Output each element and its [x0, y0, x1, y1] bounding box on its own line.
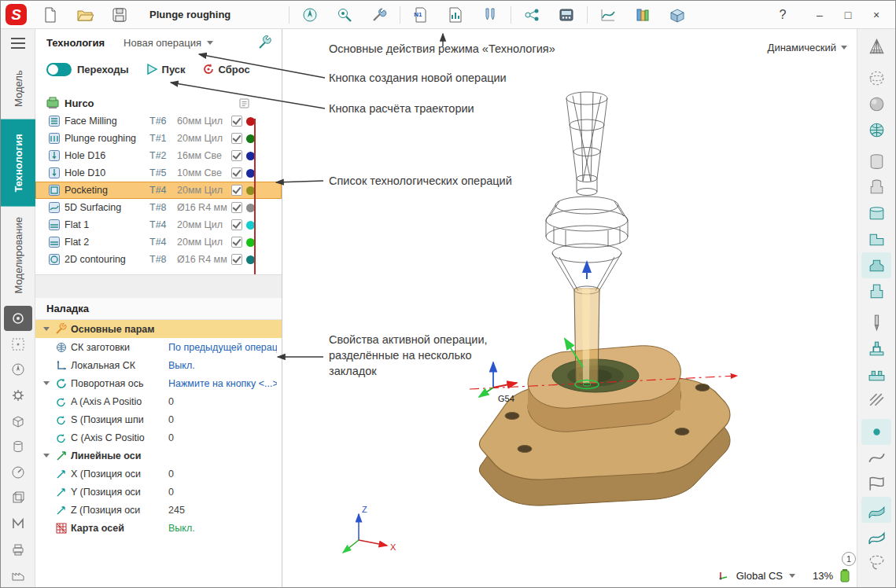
stock-narrow-button[interactable] — [861, 278, 891, 304]
notes-icon[interactable] — [238, 97, 250, 109]
plotter-tool-button[interactable] — [4, 537, 32, 562]
property-row[interactable]: Локальная СК Выкл. — [35, 356, 282, 374]
viewport-3d[interactable]: G54 — [282, 29, 858, 588]
property-row-linear-axes[interactable]: Линейные оси — [35, 447, 282, 465]
minimize-button[interactable]: – — [806, 3, 834, 27]
cylinder-tool-button[interactable] — [4, 434, 32, 459]
machine-panel-button[interactable] — [549, 3, 584, 27]
stock-cylinder-button[interactable] — [861, 149, 891, 175]
maximize-button[interactable]: □ — [834, 3, 862, 27]
tab-model[interactable]: Модель — [1, 57, 35, 119]
measure-tool-button[interactable] — [4, 511, 32, 536]
operation-row[interactable]: 5D Surfacing T#8 Ø16 R4 мм — [35, 199, 282, 216]
chevron-down-icon[interactable] — [43, 454, 50, 458]
property-value[interactable]: 0 — [168, 469, 277, 480]
drill-tool-button[interactable] — [861, 310, 891, 336]
cube-tool-button[interactable] — [4, 486, 32, 511]
property-value[interactable]: Выкл. — [168, 360, 277, 371]
property-row-axis-map[interactable]: Карта осей Выкл. — [35, 519, 282, 537]
property-value[interactable]: 0 — [168, 487, 277, 498]
face-select-button[interactable] — [861, 523, 891, 549]
new-document-button[interactable] — [33, 3, 68, 27]
operation-checkbox[interactable] — [231, 237, 242, 248]
toolpath-info-button[interactable] — [438, 3, 473, 27]
operation-checkbox[interactable] — [231, 219, 242, 230]
property-value[interactable]: 0 — [168, 432, 277, 443]
calculate-all-button[interactable] — [293, 3, 327, 27]
operation-row[interactable]: Hole D10 T#5 10мм Све — [35, 164, 282, 182]
save-button[interactable] — [102, 3, 137, 27]
run-button[interactable]: Пуск — [146, 63, 186, 75]
open-file-button[interactable] — [68, 3, 102, 27]
stock-profile-button[interactable] — [861, 252, 891, 278]
prism-tool-button[interactable] — [4, 409, 32, 434]
property-row[interactable]: СК заготовки По предыдущей операц — [35, 338, 282, 356]
property-row[interactable]: C (Axis C Positio 0 — [35, 428, 282, 447]
tab-technology[interactable]: Технология — [1, 119, 35, 207]
point-select-button[interactable] — [861, 419, 891, 445]
property-value[interactable]: Выкл. — [168, 523, 277, 534]
machine-node[interactable]: Hurco — [35, 94, 282, 112]
property-row[interactable]: A (Axis A Positio 0 — [35, 392, 282, 410]
export-button[interactable] — [660, 3, 695, 27]
chevron-down-icon[interactable] — [789, 574, 795, 578]
surface-select-button[interactable] — [861, 497, 891, 523]
grid-snap-button[interactable] — [4, 332, 32, 357]
machine-shop-button[interactable] — [4, 562, 32, 587]
lasso-select-button[interactable] — [861, 549, 891, 575]
gauge-tool-button[interactable] — [4, 460, 32, 485]
compass-tool-button[interactable] — [4, 358, 32, 383]
shaded-view-button[interactable] — [861, 91, 891, 117]
connection-button[interactable] — [514, 3, 549, 27]
property-value[interactable]: 0 — [168, 396, 277, 407]
property-value[interactable]: Нажмите на кнопку <...> — [168, 378, 277, 389]
operation-row[interactable]: 2D contouring T#8 Ø16 R4 мм — [35, 251, 282, 268]
property-value[interactable]: По предыдущей операц — [168, 342, 277, 353]
stock-step-cylinder-button[interactable] — [861, 175, 891, 200]
operation-settings-button[interactable] — [256, 34, 274, 51]
point-view-button[interactable] — [861, 65, 891, 91]
view-mode-dropdown[interactable]: Динамический — [768, 42, 847, 53]
clamp-button[interactable] — [861, 336, 891, 362]
property-row[interactable]: Y (Позиция оси 0 — [35, 483, 282, 501]
property-row[interactable]: X (Позиция оси 0 — [35, 465, 282, 483]
gcode-button[interactable]: N1 — [404, 3, 438, 27]
settings-button[interactable] — [4, 383, 32, 408]
operation-row[interactable]: Face Milling T#6 60мм Цил — [35, 112, 282, 130]
operation-row[interactable]: Flat 1 T#4 20мм Цил — [35, 216, 282, 233]
curve-select-button[interactable] — [861, 445, 891, 471]
stock-box-button[interactable] — [861, 200, 891, 226]
chevron-down-icon[interactable] — [43, 381, 50, 385]
property-row[interactable]: S (Позиция шпи 0 — [35, 410, 282, 428]
property-row-rotary-axis[interactable]: Поворотная ось Нажмите на кнопку <...> — [35, 374, 282, 392]
graph-button[interactable] — [591, 3, 625, 27]
property-row[interactable]: Z (Позиция оси 245 — [35, 501, 282, 519]
operation-checkbox[interactable] — [231, 150, 242, 161]
edge-select-button[interactable] — [861, 471, 891, 497]
help-button[interactable]: ? — [771, 8, 795, 22]
reset-button[interactable]: Сброс — [202, 63, 250, 75]
property-value[interactable]: 245 — [168, 505, 277, 516]
vise-button[interactable] — [861, 362, 891, 388]
operation-row[interactable]: Hole D16 T#2 16мм Све — [35, 147, 282, 164]
new-operation-dropdown[interactable]: Новая операция — [124, 37, 213, 49]
operation-checkbox[interactable] — [231, 185, 242, 196]
wireframe-view-button[interactable] — [861, 34, 891, 60]
operation-checkbox[interactable] — [231, 254, 242, 265]
operation-checkbox[interactable] — [231, 202, 242, 213]
chevron-down-icon[interactable] — [43, 327, 50, 331]
operation-checkbox[interactable] — [231, 133, 242, 144]
transitions-toggle[interactable] — [46, 63, 72, 76]
property-value[interactable]: 0 — [168, 414, 277, 425]
mesh-view-button[interactable] — [861, 117, 891, 143]
close-button[interactable]: × — [862, 3, 890, 27]
hatch-button[interactable] — [861, 388, 891, 413]
operation-checkbox[interactable] — [231, 116, 242, 127]
tool-setup-button[interactable] — [362, 3, 396, 27]
page-badge[interactable]: 1 — [842, 552, 856, 566]
operation-row[interactable]: Flat 2 T#4 20мм Цил — [35, 233, 282, 251]
main-menu-button[interactable] — [1, 29, 35, 57]
stock-half-button[interactable] — [861, 226, 891, 252]
operation-checkbox[interactable] — [231, 167, 242, 178]
operation-row-selected[interactable]: Pocketing T#4 20мм Цил — [35, 182, 282, 199]
